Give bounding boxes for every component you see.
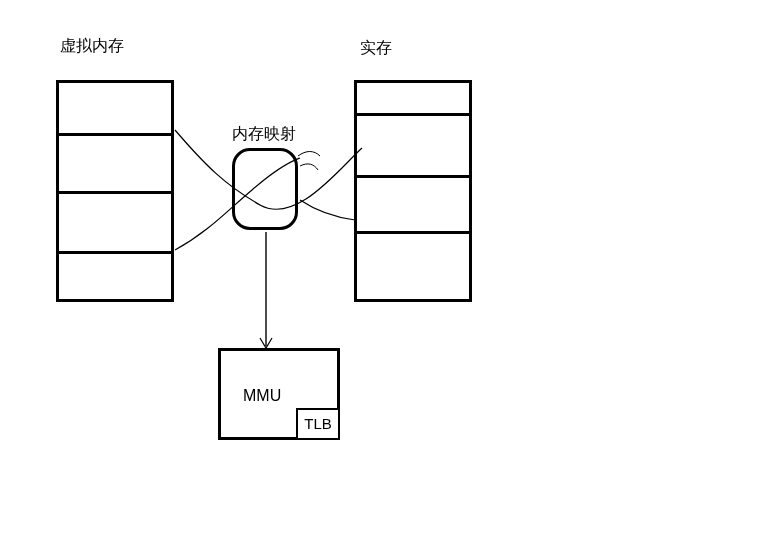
virtual-memory-box xyxy=(56,80,174,302)
mmu-label: MMU xyxy=(243,387,281,405)
vm-divider-1 xyxy=(59,133,171,136)
diagram-canvas: 虚拟内存 实存 内存映射 MMU TLB xyxy=(0,0,768,541)
vm-divider-2 xyxy=(59,191,171,194)
memory-mapping-box xyxy=(232,148,298,230)
scribble-1 xyxy=(298,152,320,157)
label-real-memory: 实存 xyxy=(360,38,392,59)
rm-divider-3 xyxy=(357,231,469,234)
arrowhead-mmu xyxy=(260,338,272,348)
rm-divider-1 xyxy=(357,113,469,116)
label-virtual-memory: 虚拟内存 xyxy=(60,36,124,57)
tlb-box: TLB xyxy=(296,408,340,440)
real-memory-box xyxy=(354,80,472,302)
label-memory-mapping: 内存映射 xyxy=(232,124,296,145)
scribble-2 xyxy=(300,164,318,170)
connector-mapping-to-rm-mid xyxy=(300,200,355,220)
tlb-label: TLB xyxy=(304,415,332,432)
rm-divider-2 xyxy=(357,175,469,178)
vm-divider-3 xyxy=(59,251,171,254)
